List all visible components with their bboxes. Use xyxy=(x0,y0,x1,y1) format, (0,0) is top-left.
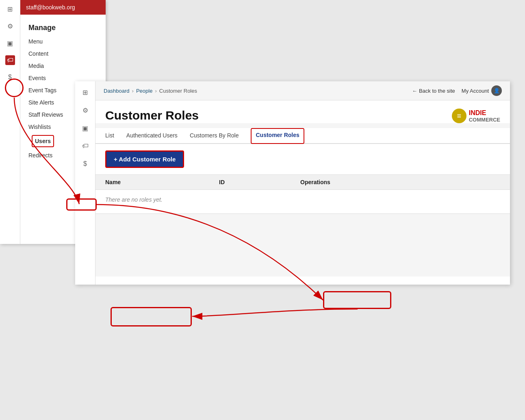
table-empty-message: There are no roles yet. xyxy=(95,190,510,209)
back-sidebar: ⊞ ⚙ ▣ 🏷 $ xyxy=(0,0,20,244)
avatar: 👤 xyxy=(491,85,502,96)
breadcrumb-sep-2: › xyxy=(155,88,156,94)
menu-item-media[interactable]: Media xyxy=(20,60,106,72)
front-tags-icon[interactable]: 🏷 xyxy=(80,141,91,151)
dollar-icon[interactable]: $ xyxy=(5,72,15,82)
page-header: Customer Roles ≡ INDIE COMMERCE xyxy=(95,100,510,123)
logo-indie: INDIE xyxy=(469,109,500,117)
breadcrumb-customer-roles: Customer Roles xyxy=(159,88,197,94)
breadcrumb-sep-1: › xyxy=(132,88,134,94)
front-dashboard-icon[interactable]: ⊞ xyxy=(80,87,91,98)
action-area: + Add Customer Role xyxy=(95,144,510,174)
logo-commerce: COMMERCE xyxy=(469,117,500,123)
front-content: Dashboard › People › Customer Roles ← Ba… xyxy=(95,81,510,276)
pages-icon[interactable]: ▣ xyxy=(5,38,15,48)
highlight-add-button xyxy=(111,307,192,326)
table-bottom-line xyxy=(95,213,510,214)
table-area: Name ID Operations There are no roles ye… xyxy=(95,174,510,214)
breadcrumb: Dashboard › People › Customer Roles xyxy=(104,88,197,94)
table-header-row: Name ID Operations xyxy=(95,174,510,190)
my-account-link[interactable]: My Account 👤 xyxy=(462,85,502,96)
tabs-bar: List Authenticated Users Customers By Ro… xyxy=(95,128,510,144)
col-header-id: ID xyxy=(219,179,300,185)
highlight-customer-roles-tab xyxy=(323,291,391,309)
front-pages-icon[interactable]: ▣ xyxy=(80,123,91,133)
logo-text: INDIE COMMERCE xyxy=(469,109,500,123)
tab-customers-by-role[interactable]: Customers By Role xyxy=(190,128,239,144)
arrow-left-icon: ← xyxy=(412,88,417,94)
tab-customer-roles[interactable]: Customer Roles xyxy=(251,128,304,144)
menu-item-menu[interactable]: Menu xyxy=(20,35,106,48)
tags-icon[interactable]: 🏷 xyxy=(5,55,15,65)
logo-icon: ≡ xyxy=(452,109,466,123)
page-title: Customer Roles xyxy=(105,109,199,122)
add-customer-role-button[interactable]: + Add Customer Role xyxy=(105,150,184,168)
col-header-operations: Operations xyxy=(300,179,500,185)
menu-item-content[interactable]: Content xyxy=(20,48,106,60)
user-email: staff@bookweb.org xyxy=(26,4,75,11)
front-topbar: Dashboard › People › Customer Roles ← Ba… xyxy=(95,81,510,100)
indiecommerce-logo: ≡ INDIE COMMERCE xyxy=(452,109,500,123)
back-to-site-label: Back to the site xyxy=(419,88,455,94)
settings-icon[interactable]: ⚙ xyxy=(5,21,15,31)
topbar-right: ← Back to the site My Account 👤 xyxy=(412,85,502,96)
manage-section-title: Manage xyxy=(20,19,106,35)
col-header-name: Name xyxy=(105,179,219,185)
breadcrumb-dashboard[interactable]: Dashboard xyxy=(104,88,130,94)
my-account-label: My Account xyxy=(462,88,489,94)
tab-list[interactable]: List xyxy=(105,128,114,144)
front-sidebar: ⊞ ⚙ ▣ 🏷 $ xyxy=(75,81,95,285)
back-to-site-link[interactable]: ← Back to the site xyxy=(412,88,455,94)
front-settings-icon[interactable]: ⚙ xyxy=(80,105,91,115)
tab-authenticated-users[interactable]: Authenticated Users xyxy=(126,128,178,144)
back-panel-header: staff@bookweb.org xyxy=(20,0,106,15)
dashboard-icon[interactable]: ⊞ xyxy=(5,4,15,14)
front-dollar-icon[interactable]: $ xyxy=(80,159,91,169)
breadcrumb-people[interactable]: People xyxy=(136,88,152,94)
menu-item-users[interactable]: Users xyxy=(32,135,54,147)
front-panel: ⊞ ⚙ ▣ 🏷 $ Dashboard › People › Customer … xyxy=(75,81,510,285)
